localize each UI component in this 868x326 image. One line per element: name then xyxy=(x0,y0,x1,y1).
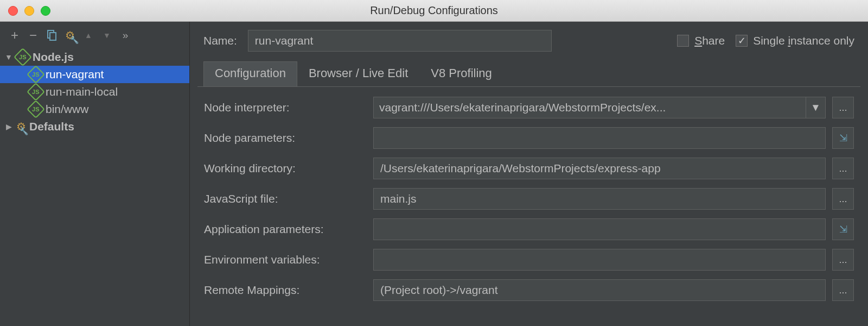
working-directory-input[interactable]: /Users/ekaterinaprigara/WebstormProjects… xyxy=(373,158,826,179)
tab-browser-live-edit[interactable]: Browser / Live Edit xyxy=(297,61,419,86)
tree-item-bin-www[interactable]: JS bin/www xyxy=(0,101,189,118)
node-interpreter-browse-button[interactable]: ... xyxy=(832,97,854,118)
working-directory-browse-button[interactable]: ... xyxy=(832,158,854,179)
node-parameters-expand-button[interactable]: ⇲ xyxy=(832,127,854,149)
node-parameters-label: Node parameters: xyxy=(204,131,367,145)
expand-field-icon: ⇲ xyxy=(839,223,847,235)
ellipsis-icon: ... xyxy=(839,102,847,114)
main-panel: Name: Share Single instance only Configu… xyxy=(190,22,868,326)
nodejs-icon: JS xyxy=(14,48,32,66)
tree-node-nodejs[interactable]: ▼ JS Node.js xyxy=(0,48,189,66)
share-label: Share xyxy=(694,34,725,47)
remote-mappings-input[interactable]: (Project root)->/vagrant xyxy=(373,279,826,301)
sidebar-toolbar: + − ⚙🔧 ▲ ▼ » xyxy=(0,24,189,48)
tree-item-run-main-local[interactable]: JS run-main-local xyxy=(0,83,189,101)
share-checkbox-wrap[interactable]: Share xyxy=(677,34,725,47)
ellipsis-icon: ... xyxy=(839,254,847,266)
environment-variables-browse-button[interactable]: ... xyxy=(832,249,854,271)
chevron-down-icon: ▼ xyxy=(810,102,821,114)
tabs: Configuration Browser / Live Edit V8 Pro… xyxy=(190,57,868,86)
toolbar-overflow-button[interactable]: » xyxy=(119,29,132,42)
working-directory-label: Working directory: xyxy=(204,162,367,175)
titlebar: Run/Debug Configurations xyxy=(0,0,868,22)
javascript-file-browse-button[interactable]: ... xyxy=(832,188,854,210)
ellipsis-icon: ... xyxy=(839,163,847,174)
nodejs-icon: JS xyxy=(27,83,45,101)
tree-node-defaults[interactable]: ▶ ⚙🔧 Defaults xyxy=(0,118,189,135)
name-input[interactable] xyxy=(248,30,552,52)
name-label: Name: xyxy=(203,34,237,47)
javascript-file-label: JavaScript file: xyxy=(204,192,367,205)
application-parameters-input[interactable] xyxy=(373,218,826,240)
ellipsis-icon: ... xyxy=(839,193,847,205)
tree-item-label: run-vagrant xyxy=(46,68,104,81)
maximize-window-button[interactable] xyxy=(41,6,50,16)
close-window-button[interactable] xyxy=(8,6,18,16)
tab-v8-profiling[interactable]: V8 Profiling xyxy=(419,61,503,86)
move-down-button[interactable]: ▼ xyxy=(100,29,113,42)
nodejs-icon: JS xyxy=(27,65,45,84)
window-controls xyxy=(0,6,50,16)
share-checkbox[interactable] xyxy=(677,35,689,47)
minimize-window-button[interactable] xyxy=(24,6,34,16)
ellipsis-icon: ... xyxy=(839,285,847,296)
move-up-button[interactable]: ▲ xyxy=(82,29,95,42)
expand-field-icon: ⇲ xyxy=(839,132,847,144)
tree-node-label: Defaults xyxy=(29,120,74,133)
single-instance-checkbox[interactable] xyxy=(736,35,748,47)
application-parameters-label: Application parameters: xyxy=(204,223,367,236)
expand-arrow-icon: ▼ xyxy=(4,53,13,61)
single-instance-label: Single instance only xyxy=(753,34,854,47)
gear-icon: ⚙🔧 xyxy=(16,120,26,133)
application-parameters-expand-button[interactable]: ⇲ xyxy=(832,218,854,240)
tab-configuration[interactable]: Configuration xyxy=(203,61,297,86)
remote-mappings-label: Remote Mappings: xyxy=(204,284,367,297)
single-instance-checkbox-wrap[interactable]: Single instance only xyxy=(736,34,854,47)
nodejs-icon: JS xyxy=(27,100,45,118)
javascript-file-input[interactable]: main.js xyxy=(373,188,826,210)
environment-variables-input[interactable] xyxy=(373,249,826,271)
header-row: Name: Share Single instance only xyxy=(190,22,868,57)
svg-rect-1 xyxy=(50,33,56,40)
collapse-arrow-icon: ▶ xyxy=(4,122,13,131)
node-interpreter-field[interactable]: vagrant:///Users/ekaterinaprigara/Websto… xyxy=(373,97,806,118)
window-title: Run/Debug Configurations xyxy=(370,4,498,17)
node-interpreter-dropdown[interactable]: ▼ xyxy=(806,97,826,118)
environment-variables-label: Environment variables: xyxy=(204,253,367,266)
add-config-button[interactable]: + xyxy=(8,29,21,42)
tree-item-label: run-main-local xyxy=(46,85,118,98)
tree-item-run-vagrant[interactable]: JS run-vagrant xyxy=(0,66,189,83)
tree-node-label: Node.js xyxy=(33,51,74,64)
node-interpreter-label: Node interpreter: xyxy=(204,101,367,114)
config-tree: ▼ JS Node.js JS run-vagrant JS run-main-… xyxy=(0,48,189,135)
remove-config-button[interactable]: − xyxy=(27,29,40,42)
remote-mappings-browse-button[interactable]: ... xyxy=(832,279,854,301)
copy-config-button[interactable] xyxy=(45,29,58,42)
node-parameters-input[interactable] xyxy=(373,127,826,149)
configuration-panel: Node interpreter: vagrant:///Users/ekate… xyxy=(197,86,860,310)
edit-defaults-button[interactable]: ⚙🔧 xyxy=(63,29,76,42)
sidebar: + − ⚙🔧 ▲ ▼ » ▼ JS Node.js JS run-vagrant… xyxy=(0,22,190,326)
tree-item-label: bin/www xyxy=(46,103,88,116)
